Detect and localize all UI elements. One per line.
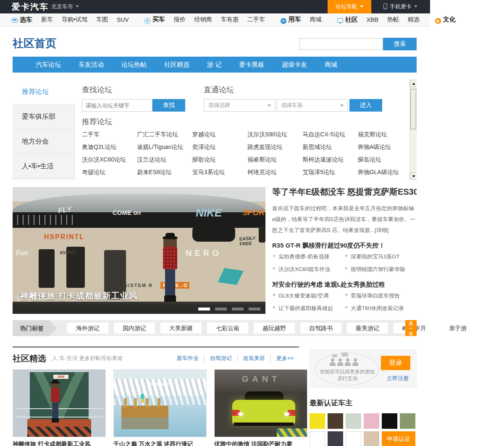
news-link[interactable]: GL8大修变速箱/空调 [272,292,344,300]
card-title[interactable]: 优雅中的激情 法国勒芒耐力赛 [214,441,307,446]
avatar[interactable] [400,413,415,429]
news-link[interactable]: 竞瑞珍珠白提车报告 [344,292,417,300]
register-link[interactable]: 立即注册 [387,375,409,382]
tag-button[interactable]: 海外游记 [67,323,108,334]
search-button[interactable]: 搜索 [383,38,417,50]
tag-button[interactable]: 亲子游 [440,323,475,334]
avatar[interactable] [364,413,379,429]
news-link[interactable]: 沃尔沃XC60提车作业 [272,266,344,273]
nav-item-shangcheng[interactable]: 商城 [310,16,322,23]
forum-link[interactable]: 奥迪Q2L论坛 [82,143,137,151]
nav-item-xuanche[interactable]: 选车 [12,16,32,24]
tab-travel-notes[interactable]: 游 记 [207,61,221,69]
tab-recommended-forums[interactable]: 推荐论坛 [13,80,75,104]
nav-item-wenhua[interactable]: ◉文化 [435,16,456,24]
tag-button[interactable]: 七彩云南 [207,323,248,334]
nav-item-xinche[interactable]: 新车 [41,16,53,23]
nav-item-suv[interactable]: SUV [117,16,129,23]
scroll-up-arrow[interactable] [410,80,417,87]
nav-item-yongche[interactable]: ✳用车 [281,16,301,24]
featured-link-road-trip[interactable]: 自驾游记 [204,355,237,362]
news-link[interactable]: 让下垂的遮阳板再雄起 [272,305,344,312]
avatar[interactable] [310,413,325,429]
nav-item-maiche[interactable]: ¥买车 [144,16,165,24]
forum-nav-button[interactable]: 论坛导航 [328,0,371,13]
forum-link[interactable]: 路虎发现论坛 [247,143,302,151]
avatar[interactable] [310,431,325,446]
news-link[interactable]: 大通T60休闲改装记录 [344,305,417,312]
news-link[interactable]: 实拍奥德赛-奶爸选择 [272,253,344,261]
forum-link[interactable]: 沃尔沃XC60论坛 [82,156,137,164]
news-link[interactable]: 提明锐国六智行豪华版 [344,266,417,273]
tag-button[interactable]: 国内游记 [114,323,155,334]
tab-featured[interactable]: 社区精选 [164,61,189,69]
tab-local-chapters[interactable]: 地方分会 [13,129,74,154]
forum-link[interactable]: 新思域论坛 [302,143,357,151]
forum-link[interactable]: 奔驰A级论坛 [358,143,413,151]
enter-forum-button[interactable]: 进入 [349,99,382,112]
series-select[interactable]: 选择车系 [276,99,348,112]
card-title[interactable]: 千山之巅 万水之源 述西行漫记 [113,441,207,446]
carousel-page-indicator[interactable] [215,308,227,310]
featured-link-modification[interactable]: 改装美容 [237,355,270,362]
forum-link[interactable]: 奇骏论坛 [82,169,137,176]
forum-link[interactable]: 探歌论坛 [192,156,247,164]
news-subhead-2[interactable]: 对安全行驶的考虑 途观L处女秀换胎过程 [272,281,417,289]
featured-card-3[interactable]: GANT 优雅中的激情 法国勒芒耐力赛 [214,369,307,446]
tab-car-clubs[interactable]: 爱车俱乐部 [13,104,74,129]
nav-item-shequ[interactable]: 社区 [337,16,358,24]
tag-button[interactable]: 大美新疆 [160,323,202,334]
forum-link[interactable]: 宝马3系论坛 [192,169,247,176]
card-title[interactable]: 神雕侠旅 打卡成都最新工业风 [13,441,106,446]
tab-super-users[interactable]: 超级卡友 [282,61,307,69]
brand-select[interactable]: 选择品牌 [204,99,275,112]
tab-blackboard[interactable]: 爱卡黑板 [239,61,264,69]
nav-item-xbb[interactable]: XBB [367,16,378,23]
forum-link[interactable]: 途观L/Tiguan论坛 [137,143,192,151]
tag-button[interactable]: 越玩越野 [254,323,295,334]
forum-keyword-input[interactable] [82,99,152,112]
apply-verification-button[interactable]: 申请认证 [382,431,415,446]
forum-link[interactable]: 蔚来ES8论坛 [137,169,192,176]
avatar[interactable] [346,413,361,429]
featured-link-more[interactable]: 更多>> [270,355,299,362]
nav-item-jingxuan[interactable]: 精选 [408,16,420,23]
forum-link[interactable]: 福睿斯论坛 [247,156,302,164]
forum-link[interactable]: 奕泽论坛 [192,143,247,151]
nav-item-cheyouhui[interactable]: 车有惠 [221,16,239,23]
scroll-down-arrow[interactable] [410,172,417,180]
nav-item-retie[interactable]: 热帖 [387,16,399,23]
city-selector[interactable]: 北京车市 [51,0,79,13]
login-button[interactable]: 登录 [381,356,410,370]
tab-mall[interactable]: 商城 [325,61,337,69]
featured-link-new-car[interactable]: 新车作业 [171,355,204,362]
nav-item-jingxiaoshang[interactable]: 经销商 [194,16,212,23]
forum-link[interactable]: 艾瑞泽5论坛 [302,169,357,176]
news-subhead-1[interactable]: R35 GT-R 飘移滑行超过90度仍不失控！ [272,242,417,250]
forum-link[interactable]: 斯柯达速派论坛 [302,156,357,164]
tag-button[interactable]: 自驾路书 [300,323,341,334]
forum-link[interactable]: 沃尔沃S90论坛 [247,131,302,138]
carousel-page-indicator[interactable] [249,308,260,310]
forum-link[interactable]: 探岳论坛 [358,156,413,164]
nav-item-baojia[interactable]: 报价 [174,16,186,23]
avatar[interactable] [328,413,343,429]
nav-item-daogou[interactable]: 导购•试驾 [62,16,87,23]
nav-item-ershouche[interactable]: 二手车 [247,16,265,23]
detail-link[interactable]: [详细] [375,227,388,233]
nav-item-chetu[interactable]: 车图 [96,16,108,23]
mobile-app-link[interactable]: 手机爱卡 [383,0,417,13]
forum-link[interactable]: 广汇二手车论坛 [137,131,192,138]
find-forum-button[interactable]: 查找 [152,99,185,112]
forum-link[interactable]: 穿越论坛 [192,131,247,138]
featured-card-1[interactable]: 3243 神雕侠旅 打卡成都最新工业风 [13,369,106,446]
tab-people-car-life[interactable]: 人•车•生活 [13,154,74,179]
scrollbar-thumb[interactable] [410,89,416,129]
avatar[interactable] [346,431,361,446]
forum-link[interactable]: 福克斯论坛 [358,131,413,138]
avatar[interactable] [364,431,379,446]
site-logo[interactable]: 爱卡汽车 [12,0,49,13]
search-input[interactable] [299,38,383,50]
featured-card-2[interactable]: gougounini 千山之巅 万水之源 述西行漫记 [113,369,207,446]
tab-hot-posts[interactable]: 论坛热帖 [121,61,147,69]
